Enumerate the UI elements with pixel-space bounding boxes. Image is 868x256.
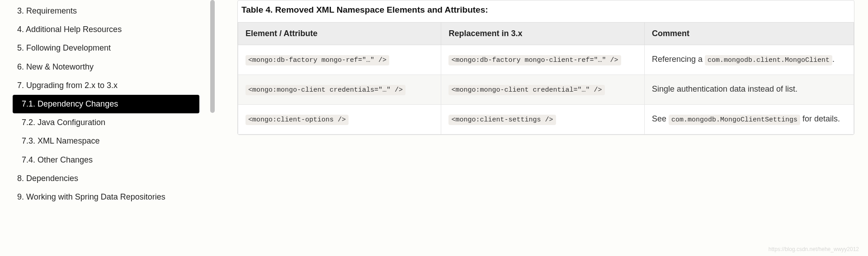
scrollbar-thumb[interactable] [210, 0, 215, 113]
sidebar-item-5[interactable]: 7.1. Dependency Changes [13, 95, 199, 113]
cell-element: <mongo:mongo-client credentials="…" /> [238, 75, 441, 105]
table-header-row: Element / Attribute Replacement in 3.x C… [238, 23, 854, 45]
sidebar-item-2[interactable]: 5. Following Development [13, 39, 215, 57]
cell-replacement: <mongo:mongo-client credential="…" /> [441, 75, 644, 105]
cell-element: <mongo:client-options /> [238, 105, 441, 135]
cell-element: <mongo:db-factory mongo-ref="…" /> [238, 45, 441, 75]
code-snippet: <mongo:db-factory mongo-client-ref="…" /… [448, 55, 621, 65]
col-header-element: Element / Attribute [238, 23, 441, 45]
cell-replacement: <mongo:client-settings /> [441, 105, 644, 135]
sidebar-item-6[interactable]: 7.2. Java Configuration [13, 113, 215, 132]
table-row: <mongo:db-factory mongo-ref="…" /><mongo… [238, 45, 854, 75]
nav-list: 3. Requirements4. Additional Help Resour… [13, 0, 215, 206]
code-snippet: <mongo:client-settings /> [448, 115, 556, 125]
sidebar-item-10[interactable]: 9. Working with Spring Data Repositories [13, 188, 215, 206]
sidebar-item-9[interactable]: 8. Dependencies [13, 169, 215, 188]
sidebar-item-0[interactable]: 3. Requirements [13, 2, 215, 20]
sidebar: 3. Requirements4. Additional Help Resour… [0, 0, 215, 256]
sidebar-item-3[interactable]: 6. New & Noteworthy [13, 58, 215, 76]
code-snippet: <mongo:client-options /> [245, 115, 349, 125]
table-container: Table 4. Removed XML Namespace Elements … [237, 0, 854, 135]
comment-text: for details. [800, 114, 840, 123]
sidebar-item-4[interactable]: 7. Upgrading from 2.x to 3.x [13, 76, 215, 95]
comment-text: Single authentication data instead of li… [652, 84, 797, 93]
code-snippet: <mongo:mongo-client credentials="…" /> [245, 85, 406, 95]
sidebar-item-1[interactable]: 4. Additional Help Resources [13, 20, 215, 39]
col-header-comment: Comment [644, 23, 854, 45]
sidebar-item-7[interactable]: 7.3. XML Namespace [13, 132, 215, 150]
code-snippet: com.mongodb.MongoClientSettings [669, 115, 800, 125]
cell-replacement: <mongo:db-factory mongo-client-ref="…" /… [441, 45, 644, 75]
namespace-table: Element / Attribute Replacement in 3.x C… [238, 22, 854, 135]
comment-text: See [652, 114, 669, 123]
code-snippet: <mongo:mongo-client credential="…" /> [448, 85, 604, 95]
table-row: <mongo:mongo-client credentials="…" /><m… [238, 75, 854, 105]
sidebar-item-8[interactable]: 7.4. Other Changes [13, 151, 215, 169]
cell-comment: See com.mongodb.MongoClientSettings for … [644, 105, 854, 135]
cell-comment: Single authentication data instead of li… [644, 75, 854, 105]
col-header-replacement: Replacement in 3.x [441, 23, 644, 45]
main-content: Table 4. Removed XML Namespace Elements … [215, 0, 868, 256]
code-snippet: <mongo:db-factory mongo-ref="…" /> [245, 55, 389, 65]
cell-comment: Referencing a com.mongodb.client.MongoCl… [644, 45, 854, 75]
comment-text: Referencing a [652, 55, 705, 64]
table-row: <mongo:client-options /><mongo:client-se… [238, 105, 854, 135]
comment-text: . [832, 55, 835, 64]
code-snippet: com.mongodb.client.MongoClient [705, 55, 832, 65]
table-caption: Table 4. Removed XML Namespace Elements … [238, 0, 854, 22]
